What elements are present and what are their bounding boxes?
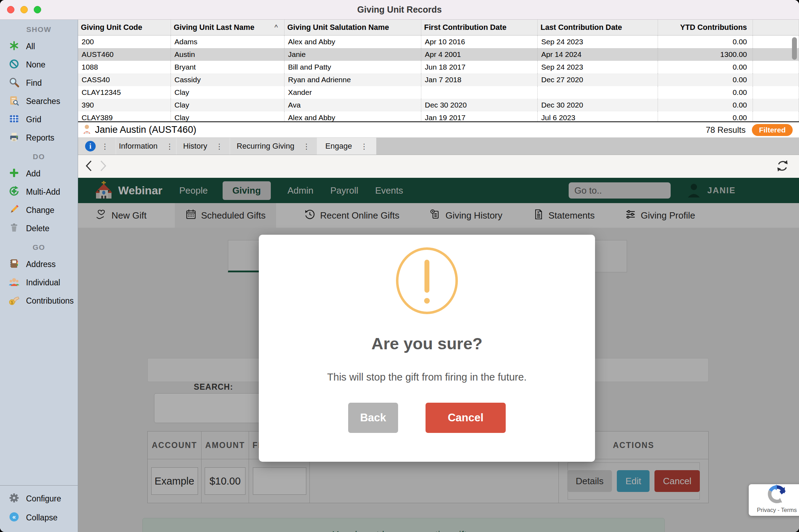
sidebar-section-show: SHOW xyxy=(0,22,78,37)
refresh-icon[interactable] xyxy=(775,158,790,175)
tab-label: Recurring Giving xyxy=(237,142,294,151)
tab-bar-filler xyxy=(376,138,799,155)
sidebar-item-change[interactable]: Change xyxy=(0,201,78,219)
column-header-first-date[interactable]: First Contribution Date xyxy=(421,20,538,35)
sidebar-item-searches[interactable]: Searches xyxy=(0,92,78,110)
cell-code: AUST460 xyxy=(78,48,171,61)
cell-first-date: Apr 4 2001 xyxy=(421,48,538,61)
cell-ytd: 1300.00 xyxy=(658,48,753,61)
sidebar-item-configure[interactable]: Configure xyxy=(0,489,78,508)
sidebar-item-label: Reports xyxy=(26,133,55,143)
zoom-window-button[interactable] xyxy=(34,6,41,13)
cell-ytd: 0.00 xyxy=(658,35,753,48)
recaptcha-privacy-terms[interactable]: Privacy - Terms xyxy=(757,507,797,513)
close-window-button[interactable] xyxy=(7,6,14,13)
cell-code: 1088 xyxy=(78,61,171,73)
cell-spacer xyxy=(753,73,799,86)
tab-menu-dots-icon[interactable]: ⋮ xyxy=(101,143,109,150)
column-header-code[interactable]: Giving Unit Code xyxy=(78,20,171,35)
sidebar-item-add[interactable]: Add xyxy=(0,164,78,183)
table-row[interactable]: 1088 Bryant Bill and Patty Jun 18 2017 S… xyxy=(78,61,799,73)
cell-last-date: Dec 30 2020 xyxy=(538,99,658,111)
embedded-web-page: Webinar People Giving Admin Payroll Even… xyxy=(78,178,799,532)
sidebar-item-label: Collapse xyxy=(26,513,58,523)
warning-icon xyxy=(396,247,458,314)
recaptcha-logo-icon xyxy=(767,484,787,506)
cell-last-name: Austin xyxy=(171,48,285,61)
filtered-badge[interactable]: Filtered xyxy=(752,124,793,136)
cell-last-name: Clay xyxy=(171,86,285,99)
tab-engage[interactable]: Engage ⋮ xyxy=(317,138,376,155)
column-header-last-date[interactable]: Last Contribution Date xyxy=(538,20,658,35)
sidebar-footer: Configure « Collapse xyxy=(0,485,78,532)
tab-information[interactable]: Information ⋮ xyxy=(116,138,177,155)
tab-info[interactable]: i ⋮ xyxy=(78,138,116,155)
sidebar-item-reports[interactable]: Reports xyxy=(0,129,78,147)
magnifier-icon xyxy=(8,77,20,89)
cell-salutation: Ryan and Adrienne xyxy=(285,73,421,86)
column-header-ytd[interactable]: YTD Contributions xyxy=(658,20,753,35)
table-scrollbar-thumb[interactable] xyxy=(792,37,797,60)
sidebar-item-none[interactable]: None xyxy=(0,56,78,74)
column-header-last-name[interactable]: Giving Unit Last Name^ xyxy=(171,20,285,35)
forward-icon[interactable] xyxy=(98,160,108,174)
sidebar-item-grid[interactable]: Grid xyxy=(0,110,78,129)
sidebar-item-label: Multi-Add xyxy=(26,187,60,197)
gear-icon xyxy=(8,492,20,505)
cell-salutation: Alex and Abby xyxy=(285,35,421,48)
sidebar-item-multi-add[interactable]: Multi-Add xyxy=(0,183,78,201)
sidebar-item-all[interactable]: All xyxy=(0,37,78,56)
tab-menu-dots-icon[interactable]: ⋮ xyxy=(360,143,368,150)
cell-spacer xyxy=(753,86,799,99)
pencil-icon xyxy=(8,204,20,216)
minimize-window-button[interactable] xyxy=(20,6,28,13)
grid-icon xyxy=(8,113,20,126)
column-header-salutation[interactable]: Giving Unit Salutation Name xyxy=(285,20,421,35)
coin-hand-icon: $ xyxy=(8,294,20,307)
cell-last-date: Dec 27 2020 xyxy=(538,73,658,86)
sidebar-item-delete[interactable]: Delete xyxy=(0,219,78,238)
person-icon xyxy=(8,276,20,289)
sidebar-item-individual[interactable]: Individual xyxy=(0,273,78,292)
table-row[interactable]: 200 Adams Alex and Abby Apr 10 2016 Sep … xyxy=(78,35,799,48)
cell-last-name: Bryant xyxy=(171,61,285,73)
confirm-cancel-button[interactable]: Cancel xyxy=(426,403,506,433)
back-button[interactable]: Back xyxy=(348,403,398,433)
sidebar-item-label: Individual xyxy=(26,278,60,287)
dialog-title: Are you sure? xyxy=(371,334,482,353)
multi-add-icon xyxy=(8,186,20,198)
table-row[interactable]: CLAY389 Clay Alex and Abby Jan 19 2017 J… xyxy=(78,111,799,121)
saved-search-icon xyxy=(8,95,20,108)
sidebar-item-collapse[interactable]: « Collapse xyxy=(0,508,78,527)
tab-menu-dots-icon[interactable]: ⋮ xyxy=(216,143,223,150)
dialog-buttons: Back Cancel xyxy=(348,403,506,433)
tab-menu-dots-icon[interactable]: ⋮ xyxy=(166,143,173,150)
cell-code: CLAY389 xyxy=(78,111,171,121)
sidebar-item-address[interactable]: Address xyxy=(0,255,78,273)
warning-exclamation-dot xyxy=(424,298,430,304)
dialog-message: This will stop the gift from firing in t… xyxy=(327,371,526,383)
record-person-icon xyxy=(82,124,91,136)
sidebar-item-contributions[interactable]: $ Contributions xyxy=(0,292,78,310)
column-header-label: Giving Unit Last Name xyxy=(174,23,254,32)
table-row[interactable]: 390 Clay Ava Dec 30 2020 Dec 30 2020 0.0… xyxy=(78,99,799,111)
table-row[interactable]: CLAY12345 Clay Xander 0.00 xyxy=(78,86,799,99)
sidebar-item-find[interactable]: Find xyxy=(0,74,78,92)
table-row[interactable]: CASS40 Cassidy Ryan and Adrienne Jan 7 2… xyxy=(78,73,799,86)
window-title: Giving Unit Records xyxy=(357,5,442,15)
tab-menu-dots-icon[interactable]: ⋮ xyxy=(303,143,310,150)
recaptcha-badge[interactable]: Privacy - Terms xyxy=(749,484,799,516)
cell-ytd: 0.00 xyxy=(658,73,753,86)
results-count: 78 Results xyxy=(706,125,746,135)
sidebar-item-label: Delete xyxy=(26,224,49,233)
cell-salutation: Alex and Abby xyxy=(285,111,421,121)
cell-last-date: Apr 14 2024 xyxy=(538,48,658,61)
tab-recurring-giving[interactable]: Recurring Giving ⋮ xyxy=(230,138,317,155)
cell-first-date: Dec 30 2020 xyxy=(421,99,538,111)
cell-code: 390 xyxy=(78,99,171,111)
back-icon[interactable] xyxy=(84,160,94,174)
sort-ascending-icon: ^ xyxy=(275,24,281,32)
table-row[interactable]: AUST460 Austin Janie Apr 4 2001 Apr 14 2… xyxy=(78,48,799,61)
tab-history[interactable]: History ⋮ xyxy=(177,138,230,155)
sidebar-item-label: None xyxy=(26,60,45,70)
